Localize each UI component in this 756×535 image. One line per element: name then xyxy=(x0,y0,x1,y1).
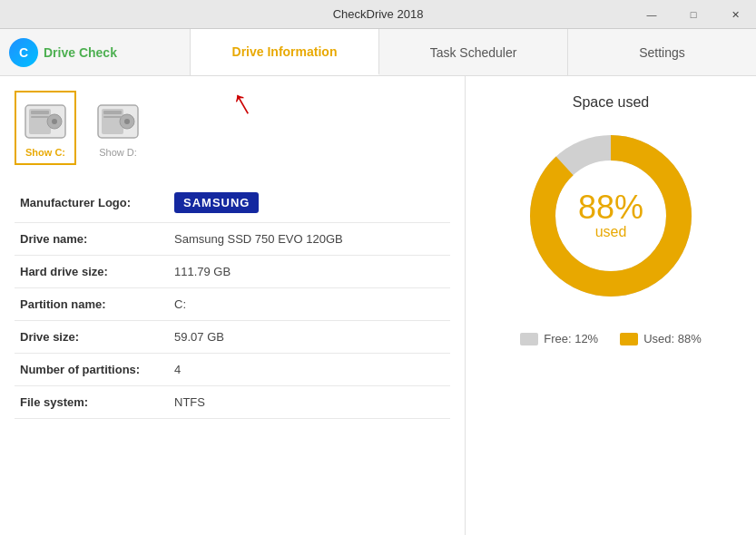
svg-rect-4 xyxy=(31,111,49,114)
chart-legend: Free: 12% Used: 88% xyxy=(520,332,702,345)
drive-c-label: Show C: xyxy=(25,147,65,158)
donut-percent-text: 88% xyxy=(578,191,643,224)
tab-settings-label: Settings xyxy=(639,45,685,60)
logo-area: C Drive Check xyxy=(9,38,117,67)
partition-name-value: C: xyxy=(169,288,450,321)
svg-point-9 xyxy=(124,119,130,124)
donut-center: 88% used xyxy=(578,191,643,240)
minimize-button[interactable]: — xyxy=(631,0,673,29)
drive-d-icon xyxy=(94,98,142,145)
tab-bar: C Drive Check Drive Information Task Sch… xyxy=(0,29,756,76)
partition-name-label: Partition name: xyxy=(15,288,169,321)
tab-drive-check[interactable]: C Drive Check xyxy=(0,29,191,75)
drive-size-value: 59.07 GB xyxy=(169,321,450,354)
drive-d-label: Show D: xyxy=(99,147,137,158)
svg-rect-10 xyxy=(103,111,122,114)
drive-size-label: Drive size: xyxy=(15,321,169,354)
drive-name-label: Drive name: xyxy=(15,223,169,256)
drive-c-icon xyxy=(22,98,69,145)
tab-drive-information-label: Drive Information xyxy=(232,44,338,59)
file-system-label: File system: xyxy=(15,386,169,419)
title-bar: CheckDrive 2018 — □ ✕ xyxy=(0,0,756,29)
right-panel: Space used 88% used Free: 12% Used: 88% xyxy=(466,76,756,535)
svg-rect-11 xyxy=(103,116,122,118)
legend-free-label: Free: 12% xyxy=(544,332,598,345)
svg-point-3 xyxy=(52,119,57,124)
hard-drive-size-label: Hard drive size: xyxy=(15,256,169,288)
num-partitions-label: Number of partitions: xyxy=(15,354,169,386)
tab-drive-information[interactable]: Drive Information xyxy=(191,29,379,75)
num-partitions-row: Number of partitions: 4 xyxy=(15,354,450,386)
manufacturer-logo-row: Manufacturer Logo: SAMSUNG xyxy=(15,183,450,223)
partition-name-row: Partition name: C: xyxy=(15,288,450,321)
tab-task-scheduler[interactable]: Task Scheduler xyxy=(379,29,568,75)
donut-used-label: used xyxy=(578,224,643,240)
samsung-logo: SAMSUNG xyxy=(174,192,259,213)
main-content: ↑ Show C: xyxy=(0,76,756,535)
manufacturer-logo-value: SAMSUNG xyxy=(169,183,450,223)
arrow-indicator: ↑ xyxy=(223,80,260,124)
donut-chart: 88% used xyxy=(520,125,702,306)
app-title: CheckDrive 2018 xyxy=(333,7,424,21)
hard-drive-size-value: 111.79 GB xyxy=(169,256,450,288)
tab-drive-check-label: Drive Check xyxy=(44,45,117,60)
hard-drive-size-row: Hard drive size: 111.79 GB xyxy=(15,256,450,288)
legend-used-label: Used: 88% xyxy=(643,332,702,345)
drive-size-row: Drive size: 59.07 GB xyxy=(15,321,450,354)
maximize-button[interactable]: □ xyxy=(673,0,714,29)
tab-settings[interactable]: Settings xyxy=(568,29,756,75)
drive-info-table: Manufacturer Logo: SAMSUNG Drive name: S… xyxy=(15,183,450,419)
close-button[interactable]: ✕ xyxy=(714,0,756,29)
drive-d-icon-item[interactable]: Show D: xyxy=(87,91,149,165)
drive-icons-row: ↑ Show C: xyxy=(15,91,450,165)
window-controls: — □ ✕ xyxy=(631,0,756,29)
drive-c-icon-item[interactable]: Show C: xyxy=(15,91,76,165)
file-system-value: NTFS xyxy=(169,386,450,419)
tab-task-scheduler-label: Task Scheduler xyxy=(430,45,517,60)
file-system-row: File system: NTFS xyxy=(15,386,450,419)
manufacturer-logo-label: Manufacturer Logo: xyxy=(15,183,169,223)
drive-name-value: Samsung SSD 750 EVO 120GB xyxy=(169,223,450,256)
left-panel: ↑ Show C: xyxy=(0,76,466,535)
num-partitions-value: 4 xyxy=(169,354,450,386)
drive-name-row: Drive name: Samsung SSD 750 EVO 120GB xyxy=(15,223,450,256)
legend-used-icon xyxy=(620,333,638,345)
legend-free-icon xyxy=(520,333,538,345)
space-used-title: Space used xyxy=(573,94,650,111)
svg-rect-5 xyxy=(31,116,49,118)
legend-used: Used: 88% xyxy=(620,332,702,345)
app-logo-icon: C xyxy=(9,38,38,67)
legend-free: Free: 12% xyxy=(520,332,598,345)
